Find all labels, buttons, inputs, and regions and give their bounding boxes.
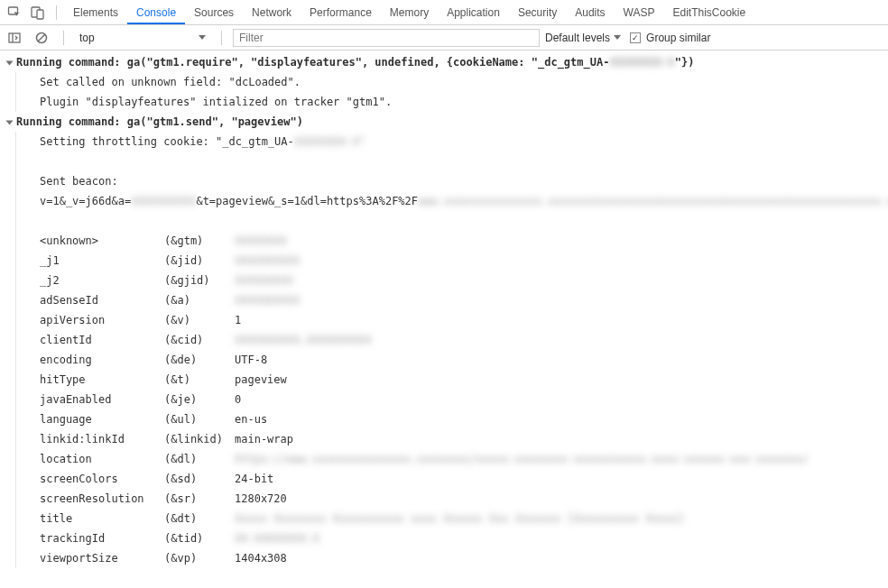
subbar-separator xyxy=(63,31,64,45)
execution-context-selector[interactable]: top xyxy=(75,29,210,47)
chevron-down-icon xyxy=(199,35,206,40)
tab-performance[interactable]: Performance xyxy=(301,1,381,24)
param-code: (&sr) xyxy=(164,489,235,509)
param-code: (&linkid) xyxy=(164,429,235,449)
param-key: encoding xyxy=(40,350,164,370)
param-value: 1 xyxy=(235,310,241,330)
console-log-line: Setting throttling cookie: "_dc_gtm_UA-X… xyxy=(0,132,888,152)
tab-audits[interactable]: Audits xyxy=(566,1,614,24)
console-group-header[interactable]: Running command: ga("gtm1.send", "pagevi… xyxy=(0,112,888,132)
param-code: (&dt) xyxy=(164,509,235,528)
redacted-text: XXXXXXXX-X xyxy=(609,56,674,69)
param-key: viewportSize xyxy=(40,548,164,568)
redacted-text: XXXXXXXXXX.XXXXXXXXXX xyxy=(235,330,372,350)
beacon-param-row: title(&dt)Xxxxx Xxxxxxxx Xxxxxxxxxxx xxx… xyxy=(0,509,888,528)
param-value: 1280x720 xyxy=(235,489,287,509)
param-value: en-us xyxy=(235,409,267,429)
redacted-text: XXXXXXXXXX xyxy=(235,290,300,310)
param-code: (&gtm) xyxy=(164,231,235,251)
tab-application[interactable]: Application xyxy=(438,1,509,24)
console-log-line: v=1&_v=j66d&a=XXXXXXXXXX&t=pageview&_s=1… xyxy=(0,191,888,211)
param-key: apiVersion xyxy=(40,310,164,330)
filter-input[interactable] xyxy=(233,29,540,47)
param-key: location xyxy=(40,449,164,469)
log-text: Plugin "displayfeatures" intialized on t… xyxy=(15,92,888,112)
show-console-sidebar-icon[interactable] xyxy=(4,27,25,49)
param-code: (&v) xyxy=(164,310,235,330)
param-code: (&jid) xyxy=(164,251,235,271)
beacon-param-row: screenResolution(&sr)1280x720 xyxy=(0,489,888,509)
param-key: language xyxy=(40,409,164,429)
redacted-text: XX-XXXXXXXX-X xyxy=(235,528,319,548)
redacted-text: https://www.xxxxxxxxxxxxxxx.xxxxxxxx/xxx… xyxy=(235,449,809,469)
svg-rect-2 xyxy=(37,10,43,19)
log-levels-selector[interactable]: Default levels xyxy=(545,32,621,44)
param-key: _j2 xyxy=(40,271,164,290)
param-code: (&je) xyxy=(164,390,235,409)
param-code: (&tid) xyxy=(164,528,235,548)
disclosure-triangle-icon xyxy=(5,61,13,66)
console-log-line xyxy=(0,152,888,171)
redacted-text: XXXXXXXXXX xyxy=(131,195,196,207)
param-key: <unknown> xyxy=(40,231,164,251)
tab-network[interactable]: Network xyxy=(243,1,301,24)
param-code: (&de) xyxy=(164,350,235,370)
param-value: 0 xyxy=(235,390,241,409)
beacon-param-row: _j2(&gjid)XXXXXXXXX xyxy=(0,271,888,290)
group-similar-label: Group similar xyxy=(646,32,710,44)
console-toolbar: top Default levels ✓ Group similar xyxy=(0,25,888,51)
svg-line-6 xyxy=(38,34,45,41)
param-key: screenColors xyxy=(40,469,164,489)
redacted-text: Xxxxx Xxxxxxxx Xxxxxxxxxxx xxxx Xxxxxx X… xyxy=(235,509,685,528)
device-toggle-icon[interactable] xyxy=(27,2,49,23)
redacted-text: XXXXXXXX-X" xyxy=(294,135,365,148)
redacted-text: XXXXXXXXXX xyxy=(235,251,300,271)
beacon-param-row: screenColors(&sd)24-bit xyxy=(0,469,888,489)
beacon-param-row: encoding(&de)UTF-8 xyxy=(0,350,888,370)
param-key: javaEnabled xyxy=(40,390,164,409)
inspect-element-icon[interactable] xyxy=(4,2,25,23)
param-code: (&a) xyxy=(164,290,235,310)
param-code: (&vp) xyxy=(164,548,235,568)
context-label: top xyxy=(79,32,95,44)
param-key: adSenseId xyxy=(40,290,164,310)
console-log-line: Set called on unknown field: "dcLoaded". xyxy=(0,72,888,92)
param-value: 1404x308 xyxy=(235,548,287,568)
tab-console[interactable]: Console xyxy=(127,1,185,24)
tab-elements[interactable]: Elements xyxy=(64,1,127,24)
log-text: &t=pageview&_s=1&dl=https%3A%2F%2F xyxy=(196,195,418,207)
beacon-param-row: linkid:linkId(&linkid)main-wrap xyxy=(0,429,888,449)
beacon-param-row: javaEnabled(&je)0 xyxy=(0,390,888,409)
param-key: trackingId xyxy=(40,528,164,548)
panel-tabs: Elements Console Sources Network Perform… xyxy=(64,1,754,24)
subbar-separator xyxy=(221,31,222,45)
param-value: pageview xyxy=(235,370,287,390)
param-key: clientId xyxy=(40,330,164,350)
tab-editthiscookie[interactable]: EditThisCookie xyxy=(664,1,755,24)
tab-sources[interactable]: Sources xyxy=(185,1,243,24)
console-log-line: Plugin "displayfeatures" intialized on t… xyxy=(0,92,888,112)
log-text: Sent beacon: xyxy=(15,171,888,191)
beacon-param-row: language(&ul)en-us xyxy=(0,409,888,429)
clear-console-icon[interactable] xyxy=(31,27,52,49)
beacon-param-row: adSenseId(&a)XXXXXXXXXX xyxy=(0,290,888,310)
param-code: (&sd) xyxy=(164,469,235,489)
log-text: Running command: ga("gtm1.require", "dis… xyxy=(16,56,609,69)
console-output: Running command: ga("gtm1.require", "dis… xyxy=(0,51,888,568)
beacon-param-row: hitType(&t)pageview xyxy=(0,370,888,390)
checkbox-checked-icon: ✓ xyxy=(630,32,641,43)
group-similar-toggle[interactable]: ✓ Group similar xyxy=(630,32,710,44)
console-log-line: Sent beacon: xyxy=(0,171,888,191)
param-code: (&dl) xyxy=(164,449,235,469)
svg-rect-3 xyxy=(9,33,20,42)
log-text: Setting throttling cookie: "_dc_gtm_UA- xyxy=(40,135,294,148)
tab-wasp[interactable]: WASP xyxy=(615,1,664,24)
tab-memory[interactable]: Memory xyxy=(381,1,438,24)
param-value: UTF-8 xyxy=(235,350,267,370)
param-code: (&gjid) xyxy=(164,271,235,290)
console-group-header[interactable]: Running command: ga("gtm1.require", "dis… xyxy=(0,52,888,72)
beacon-param-row: _j1(&jid)XXXXXXXXXX xyxy=(0,251,888,271)
levels-label: Default levels xyxy=(545,32,610,44)
tab-security[interactable]: Security xyxy=(509,1,566,24)
beacon-param-row: <unknown>(&gtm)XXXXXXXX xyxy=(0,231,888,251)
